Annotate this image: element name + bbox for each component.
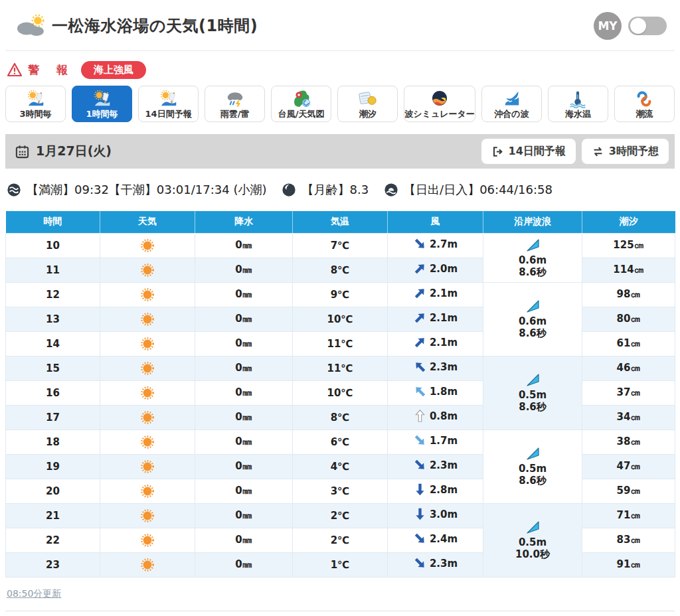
weather-sun-wave-icon [26, 89, 46, 109]
wind-cell: 1.8m [388, 380, 483, 405]
weather-cell [100, 258, 195, 282]
tide-cell: 61㎝ [582, 331, 675, 356]
tab-3hourly[interactable]: 3時間毎 [5, 86, 66, 122]
wind-speed: 2.8m [430, 484, 458, 496]
coastal-wave-cell: 0.6m8.6秒 [483, 233, 582, 282]
sunny-icon [139, 311, 155, 327]
temp-cell: 8℃ [293, 258, 388, 282]
tide-info-row: 【満潮】09:32【干潮】03:01/17:34 (小潮) 【月齢】8.3 【日… [7, 182, 673, 198]
tab-rain-cloud-lightning[interactable]: 雨雲/雷 [205, 86, 265, 122]
page: 一松海水浴場の天気(1時間) MY 警 報 海上強風 3時間毎 [0, 0, 680, 611]
wave-direction-icon [524, 238, 541, 254]
precip-cell: 0㎜ [195, 233, 293, 258]
tab-label: 潮汐 [359, 109, 377, 119]
wave-height: 0.6m [483, 254, 582, 266]
temp-cell: 9℃ [293, 282, 388, 307]
wind-speed: 2.3m [430, 459, 458, 471]
rain-cloud-icon [225, 89, 245, 109]
forecast-table-body: 100㎜7℃2.7m0.6m8.6秒125㎝110㎜8℃2.0m114㎝120㎜… [6, 233, 675, 577]
tab-14day-forecast[interactable]: 14日間予報 [138, 86, 199, 122]
tab-tidal-current[interactable]: 潮流 [614, 86, 675, 122]
tab-label: 潮流 [636, 109, 653, 119]
update-time-link[interactable]: 08:50分更新 [7, 588, 61, 599]
my-toggle-switch[interactable] [628, 17, 667, 35]
tab-label: 海水温 [565, 109, 591, 119]
sunny-icon [139, 508, 155, 524]
exit-arrow-icon [491, 145, 504, 158]
sunny-icon [139, 360, 155, 376]
table-row: 150㎜11℃2.3m0.5m8.6秒46㎝ [6, 356, 675, 380]
tide-cell: 71㎝ [582, 503, 675, 528]
sunrise-sunset-icon [384, 183, 398, 197]
wave-simulator-globe-icon [430, 89, 449, 109]
tide-cell: 34㎝ [582, 405, 675, 429]
precip-cell: 0㎜ [195, 454, 293, 479]
wind-speed: 2.1m [430, 312, 458, 324]
table-row: 120㎜9℃2.1m0.6m8.6秒98㎝ [6, 282, 675, 307]
calendar-icon [15, 144, 30, 159]
wave-direction-icon [524, 520, 541, 536]
tab-label: 沖合の波 [494, 109, 529, 119]
tab-label: 14日間予報 [145, 109, 192, 119]
weather-cell [100, 454, 195, 479]
wind-cell: 2.4m [388, 528, 483, 552]
time-cell: 16 [6, 380, 100, 405]
tab-label: 台風/天気図 [278, 109, 325, 119]
weather-cell [100, 282, 195, 307]
wind-direction-arrow-icon [410, 283, 430, 303]
precip-cell: 0㎜ [195, 528, 293, 552]
wind-speed: 3.0m [430, 508, 458, 520]
tide-cell: 91㎝ [582, 552, 675, 577]
switch-3hour-forecast-button[interactable]: 3時間予想 [582, 139, 669, 164]
tab-tide[interactable]: 潮汐 [337, 86, 398, 122]
temp-cell: 2℃ [293, 528, 388, 552]
tide-times: 【満潮】09:32【干潮】03:01/17:34 (小潮) [27, 182, 266, 198]
weather-cell [100, 479, 195, 503]
toggle-knob [630, 18, 646, 34]
col-header-weather: 天気 [100, 211, 195, 233]
wave-height: 0.6m [483, 315, 582, 327]
app-header: 一松海水浴場の天気(1時間) MY [5, 0, 675, 51]
swap-arrows-icon [592, 145, 604, 158]
weather-cell [100, 307, 195, 331]
sunny-icon [139, 410, 155, 425]
go-14day-forecast-button[interactable]: 14日間予報 [481, 139, 576, 164]
wind-speed: 2.4m [430, 533, 458, 545]
sunny-icon [139, 532, 155, 548]
precip-cell: 0㎜ [195, 380, 293, 405]
col-header-tide: 潮汐 [582, 211, 675, 233]
table-row: 210㎜2℃3.0m0.5m10.0秒71㎝ [6, 503, 675, 528]
wind-direction-arrow-icon [410, 431, 430, 451]
warning-badge[interactable]: 海上強風 [81, 61, 146, 79]
my-button[interactable]: MY [594, 12, 622, 40]
temp-cell: 10℃ [293, 307, 388, 331]
sunny-icon [139, 385, 155, 401]
tab-label: 波シミュレーター [404, 109, 475, 119]
tide-cell: 47㎝ [582, 454, 675, 479]
typhoon-map-icon [292, 89, 311, 109]
tab-row: 3時間毎 1時間毎 14日間予報 雨雲/雷 台風/天気図 [5, 86, 675, 122]
time-cell: 20 [6, 479, 100, 503]
col-header-temp: 気温 [293, 211, 388, 233]
tide-cell: 98㎝ [582, 282, 675, 307]
sunny-icon [139, 557, 155, 573]
weather-cell [100, 429, 195, 454]
cloud-sun-icon [16, 15, 46, 37]
moon-age: 【月齢】8.3 [301, 182, 369, 198]
tab-wave-simulator[interactable]: 波シミュレーター [404, 86, 475, 122]
sunny-icon [139, 483, 155, 499]
wave-direction-icon [524, 372, 541, 388]
tab-1hourly[interactable]: 1時間毎 [72, 86, 132, 122]
temp-cell: 3℃ [293, 479, 388, 503]
wave-direction-icon [524, 446, 541, 462]
wind-speed: 2.3m [430, 361, 458, 373]
weather-cell [100, 528, 195, 552]
weather-sun-wave-icon [92, 89, 112, 109]
tab-typhoon-weather-map[interactable]: 台風/天気図 [271, 86, 331, 122]
wind-direction-arrow-icon [410, 333, 430, 352]
tide-cell: 37㎝ [582, 380, 675, 405]
wave-height: 0.5m [483, 463, 582, 475]
page-bottom-divider [5, 611, 675, 611]
tab-offshore-waves[interactable]: 沖合の波 [481, 86, 542, 122]
tab-sea-temperature[interactable]: 海水温 [548, 86, 608, 122]
